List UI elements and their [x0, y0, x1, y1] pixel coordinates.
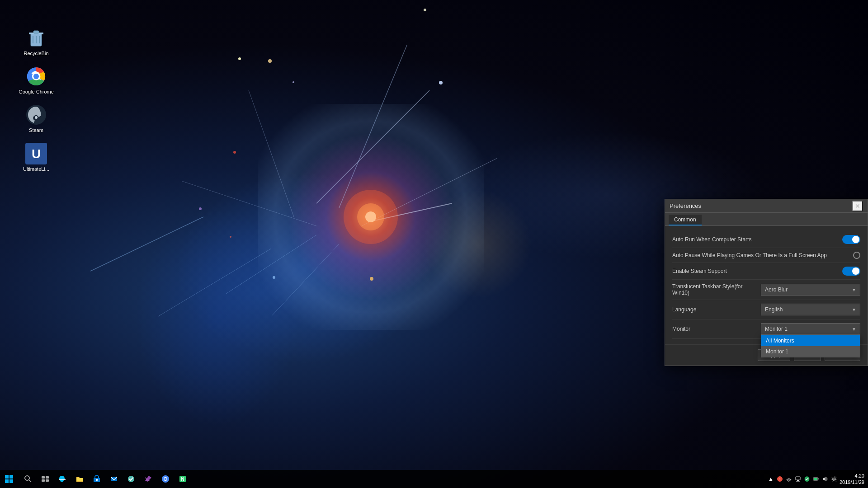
auto-pause-radio[interactable]: [853, 252, 860, 259]
desktop-icon-steam[interactable]: Steam: [18, 104, 54, 133]
svg-line-43: [29, 480, 31, 482]
chrome-icon: [25, 66, 47, 87]
svg-rect-65: [814, 478, 817, 480]
monitor-option-all[interactable]: All Monitors: [761, 335, 860, 346]
taskbar-search-button[interactable]: [20, 471, 36, 487]
monitor-selected[interactable]: Monitor 1 ▼: [761, 323, 860, 335]
svg-rect-40: [5, 479, 9, 483]
taskbar-style-label: Translucent Taskbar Style(for Win10): [672, 283, 761, 296]
chrome-taskbar-icon: [161, 475, 170, 483]
svg-rect-46: [42, 479, 45, 482]
svg-text:!: !: [779, 477, 780, 481]
dialog-tabs: Common: [665, 213, 868, 226]
svg-point-22: [230, 236, 231, 238]
tray-icon-app2[interactable]: [785, 475, 793, 483]
svg-marker-66: [823, 477, 826, 481]
taskbar-style-selected[interactable]: Aero Blur ▼: [761, 284, 860, 296]
taskbar-explorer-button[interactable]: [71, 471, 88, 487]
desktop-icon-chrome[interactable]: Google Chrome: [18, 66, 54, 95]
taskbar: N ▲ !: [0, 470, 868, 488]
language-dropdown[interactable]: English ▼: [761, 304, 860, 315]
svg-point-59: [788, 481, 789, 482]
svg-rect-64: [818, 479, 819, 479]
preferences-dialog: Preferences ✕ Common Auto Run When Compu…: [665, 199, 868, 366]
taskbar-store-button[interactable]: [89, 471, 105, 487]
monitor-option-1[interactable]: Monitor 1: [761, 346, 860, 357]
language-arrow: ▼: [852, 307, 856, 312]
taskbar-chrome-button[interactable]: [157, 471, 174, 487]
recycle-bin-label: RecycleBin: [24, 51, 48, 56]
tray-clock[interactable]: 4:20 2019/11/29: [840, 473, 864, 486]
monitor-dropdown[interactable]: Monitor 1 ▼ All Monitors Monitor 1: [761, 323, 860, 335]
taskbar-mail-button[interactable]: [106, 471, 122, 487]
svg-point-54: [165, 478, 167, 480]
svg-rect-49: [96, 479, 98, 481]
tab-common[interactable]: Common: [669, 215, 702, 225]
steam-icon: [25, 104, 47, 126]
volume-icon: [822, 476, 828, 482]
steam-support-label: Enable Steam Support: [672, 268, 842, 274]
recycle-bin-icon: [25, 27, 47, 49]
task-view-icon: [41, 475, 49, 483]
monitor-arrow: ▼: [852, 327, 856, 332]
monitor-label: Monitor: [672, 326, 761, 332]
taskbar-style-arrow: ▼: [852, 287, 856, 292]
taskbar-ticktick-button[interactable]: [123, 471, 139, 487]
tray-icon-up-arrow[interactable]: ▲: [767, 475, 774, 483]
edge-icon: [58, 475, 66, 483]
desktop-icons-container: RecycleBin Google Chrome: [18, 27, 54, 172]
svg-point-35: [35, 116, 38, 119]
taskbar-task-view-button[interactable]: [37, 471, 53, 487]
tray-icon-app3[interactable]: [794, 475, 802, 483]
svg-rect-39: [9, 475, 13, 479]
auto-run-toggle[interactable]: [842, 235, 860, 244]
tray-language[interactable]: 英: [830, 475, 838, 483]
taskbar-edge-button[interactable]: [54, 471, 71, 487]
monitor-dropdown-menu: All Monitors Monitor 1: [761, 335, 860, 357]
notion-icon: N: [179, 475, 187, 483]
svg-rect-60: [796, 477, 800, 480]
svg-point-17: [439, 81, 443, 84]
svg-point-32: [33, 74, 39, 79]
setting-language: Language English ▼: [672, 300, 860, 319]
auto-run-toggle-thumb: [852, 236, 859, 243]
svg-point-19: [199, 207, 202, 210]
tray-icons-container: ▲ !: [767, 475, 838, 483]
tray-icon-volume[interactable]: [821, 475, 829, 483]
dialog-body: Auto Run When Computer Starts Auto Pause…: [665, 226, 868, 344]
desktop-wallpaper-burst: [280, 127, 461, 307]
ultimateli-icon: U: [25, 143, 47, 164]
svg-point-13: [238, 57, 241, 60]
setting-steam-support: Enable Steam Support: [672, 263, 860, 280]
mail-icon: [110, 475, 118, 483]
start-button[interactable]: [0, 470, 18, 488]
store-icon: [93, 475, 101, 483]
taskbar-notion-button[interactable]: N: [175, 471, 191, 487]
auto-run-toggle-track: [842, 235, 860, 244]
tray-wifi-icon: [786, 476, 792, 482]
language-selected[interactable]: English ▼: [761, 304, 860, 315]
svg-rect-25: [33, 31, 39, 33]
tray-icon-app5[interactable]: [812, 475, 820, 483]
tray-icon-app1[interactable]: !: [776, 475, 783, 483]
taskbar-style-dropdown[interactable]: Aero Blur ▼: [761, 284, 860, 296]
dialog-close-button[interactable]: ✕: [852, 201, 863, 211]
auto-run-label: Auto Run When Computer Starts: [672, 236, 842, 243]
svg-point-15: [292, 81, 294, 83]
chrome-label: Google Chrome: [19, 89, 54, 95]
svg-point-42: [25, 476, 29, 480]
taskbar-apps: N: [18, 471, 764, 487]
steam-support-toggle[interactable]: [842, 267, 860, 276]
svg-rect-61: [797, 480, 799, 481]
tray-icon-app4[interactable]: [803, 475, 811, 483]
tray-antivirus-icon: !: [777, 476, 783, 482]
search-icon: [24, 475, 32, 483]
taskbar-vs-button[interactable]: [140, 471, 156, 487]
desktop-icon-ultimateli[interactable]: U UltimateLi...: [18, 143, 54, 172]
windows-logo-icon: [5, 474, 14, 483]
dialog-title: Preferences: [670, 202, 852, 209]
svg-rect-38: [5, 475, 9, 479]
desktop-icon-recycle-bin[interactable]: RecycleBin: [18, 27, 54, 56]
setting-auto-run: Auto Run When Computer Starts: [672, 231, 860, 248]
svg-rect-41: [9, 479, 13, 483]
